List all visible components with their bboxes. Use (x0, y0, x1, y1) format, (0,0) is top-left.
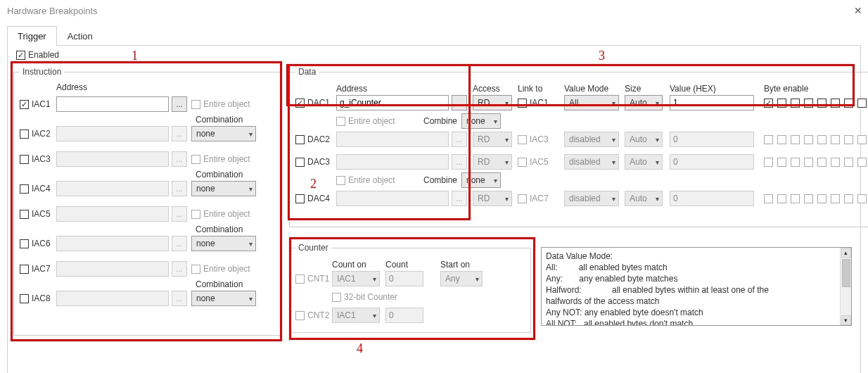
help-scrollbar[interactable]: ▴ ▾ (840, 248, 851, 325)
label-iac7-entire: Entire object (203, 264, 250, 274)
input-dac2-address[interactable] (336, 132, 449, 147)
checkbox-iac2[interactable] (20, 129, 29, 139)
chevron-down-icon: ▾ (373, 312, 376, 320)
byte-enable-dac1-6[interactable] (844, 99, 853, 108)
input-iac8-address[interactable] (56, 291, 169, 306)
instruction-legend: Instruction (20, 67, 64, 77)
select-dac2-vmode: disabled▾ (564, 132, 619, 147)
annotation-number-1: 1 (132, 49, 138, 63)
checkbox-iac4[interactable] (20, 184, 29, 194)
window-title: Hardware Breakpoints (6, 6, 98, 16)
select-combination-56[interactable]: none▾ (191, 236, 256, 251)
checkbox-iac3[interactable] (20, 155, 29, 164)
checkbox-cnt1 (295, 274, 305, 284)
label-combination-3: Combination (196, 225, 274, 234)
byte-enable-dac1-5[interactable] (831, 99, 840, 108)
input-iac5-address[interactable] (56, 206, 169, 222)
tab-action[interactable]: Action (57, 26, 103, 46)
checkbox-enabled[interactable] (16, 51, 25, 60)
byte-enable-dac1-0[interactable] (764, 99, 773, 108)
input-dac3-address[interactable] (336, 154, 449, 170)
button-dac4-browse: ... (452, 191, 467, 206)
input-dac1-value[interactable] (670, 95, 754, 110)
select-dac4-vmode: disabled▾ (564, 191, 619, 206)
select-dac1-vmode[interactable]: All▾ (564, 95, 619, 110)
checkbox-dac3-entire (336, 176, 345, 185)
chevron-down-icon: ▾ (476, 275, 479, 283)
label-dac2: DAC2 (307, 134, 330, 144)
byte-enable-dac1-1[interactable] (777, 99, 786, 108)
label-combination-1: Combination (196, 115, 274, 125)
byte-enable-dac3-7 (857, 158, 867, 167)
button-dac1-browse[interactable]: ... (452, 95, 467, 110)
annotation-number-3: 3 (599, 49, 605, 63)
chevron-down-icon: ▾ (494, 177, 497, 184)
scroll-up-icon[interactable]: ▴ (841, 248, 851, 258)
label-dac3-entire: Entire object (348, 175, 395, 185)
byte-enable-dac4-0 (764, 194, 773, 203)
byte-enable-dac1-2[interactable] (791, 99, 800, 108)
button-iac7-browse: ... (172, 261, 187, 277)
chevron-down-icon: ▾ (656, 136, 659, 144)
checkbox-iac5[interactable] (20, 210, 29, 219)
button-dac2-browse: ... (452, 132, 467, 147)
button-iac3-browse: ... (172, 151, 187, 167)
byte-enable-dac4-1 (777, 194, 786, 203)
byte-enable-dac1-3[interactable] (804, 99, 813, 108)
checkbox-iac1[interactable] (20, 100, 29, 109)
checkbox-dac1-link[interactable] (518, 99, 527, 108)
scroll-thumb[interactable] (842, 259, 850, 287)
select-combine-34[interactable]: none▾ (461, 172, 501, 188)
input-iac6-address[interactable] (56, 236, 169, 251)
chevron-down-icon: ▾ (505, 158, 509, 166)
checkbox-iac6[interactable] (20, 239, 29, 248)
byte-enable-dac4-7 (857, 194, 867, 203)
input-iac3-address[interactable] (56, 151, 169, 167)
label-32bit: 32-bit Counter (344, 292, 397, 302)
button-iac2-browse: ... (172, 126, 187, 141)
label-iac6: IAC6 (32, 239, 51, 248)
instruction-address-header: Address (56, 82, 87, 92)
checkbox-dac4[interactable] (295, 194, 305, 203)
byte-enable-dac1-4[interactable] (817, 99, 826, 108)
label-enabled: Enabled (28, 50, 59, 60)
chevron-down-icon: ▾ (612, 158, 615, 166)
input-dac4-value (670, 191, 754, 206)
checkbox-dac3[interactable] (295, 158, 305, 167)
checkbox-32bit (332, 293, 341, 302)
label-dac4: DAC4 (307, 194, 330, 203)
checkbox-iac8[interactable] (20, 294, 29, 303)
byte-enable-dac2-5 (831, 135, 840, 144)
byte-enable-dac3-1 (777, 158, 786, 167)
select-combination-34[interactable]: none▾ (191, 181, 256, 196)
input-iac1-address[interactable] (56, 96, 169, 112)
select-dac2-access: RD▾ (473, 132, 512, 147)
select-dac1-access[interactable]: RD▾ (473, 95, 512, 110)
scroll-down-icon[interactable]: ▾ (841, 315, 851, 325)
select-dac3-vmode: disabled▾ (564, 154, 619, 170)
input-dac4-address[interactable] (336, 191, 449, 206)
button-iac1-browse[interactable]: ... (172, 96, 187, 112)
select-dac1-size[interactable]: Auto▾ (625, 95, 663, 110)
input-iac7-address[interactable] (56, 261, 169, 277)
select-combine-12[interactable]: none▾ (461, 113, 501, 129)
byte-enable-dac2-7 (857, 135, 867, 144)
checkbox-iac3-entire (191, 155, 200, 164)
tab-trigger[interactable]: Trigger (7, 26, 57, 46)
input-iac4-address[interactable] (56, 181, 169, 196)
chevron-down-icon: ▾ (656, 158, 659, 166)
checkbox-iac7[interactable] (20, 265, 29, 274)
input-iac2-address[interactable] (56, 126, 169, 141)
input-dac1-address[interactable] (336, 95, 449, 110)
byte-enable-dac4-6 (844, 194, 853, 203)
button-iac8-browse: ... (172, 291, 187, 306)
chevron-down-icon: ▾ (249, 295, 253, 303)
checkbox-dac4-link (518, 194, 527, 203)
label-cnt1: CNT1 (307, 274, 329, 284)
byte-enable-dac1-7[interactable] (857, 99, 867, 108)
select-combination-78[interactable]: none▾ (191, 291, 256, 306)
close-icon[interactable]: ✕ (854, 5, 862, 16)
checkbox-dac1[interactable] (295, 99, 305, 108)
checkbox-dac2[interactable] (295, 135, 305, 144)
select-combination-12[interactable]: none▾ (191, 126, 256, 141)
